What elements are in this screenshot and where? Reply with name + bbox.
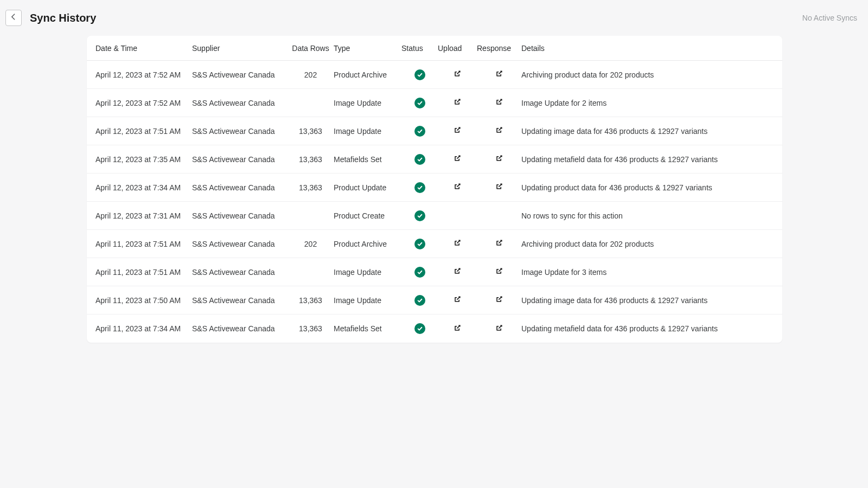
response-link[interactable] bbox=[494, 239, 504, 249]
cell-date: April 11, 2023 at 7:51 AM bbox=[94, 268, 192, 277]
header-left: Sync History bbox=[5, 10, 96, 26]
cell-details: Updating metafield data for 436 products… bbox=[521, 324, 775, 333]
upload-link[interactable] bbox=[452, 98, 462, 108]
cell-supplier: S&S Activewear Canada bbox=[192, 99, 288, 107]
external-link-icon bbox=[495, 154, 503, 164]
cell-response bbox=[477, 324, 521, 333]
response-link[interactable] bbox=[494, 324, 504, 333]
col-header-date: Date & Time bbox=[94, 44, 192, 53]
response-link[interactable] bbox=[494, 98, 504, 108]
cell-upload bbox=[438, 70, 477, 80]
cell-type: Metafields Set bbox=[334, 155, 401, 164]
response-link[interactable] bbox=[494, 70, 504, 80]
cell-type: Product Update bbox=[334, 183, 401, 192]
cell-date: April 12, 2023 at 7:52 AM bbox=[94, 99, 192, 107]
table-body: April 12, 2023 at 7:52 AMS&S Activewear … bbox=[87, 61, 782, 343]
success-check-icon bbox=[414, 126, 425, 137]
cell-details: Image Update for 2 items bbox=[521, 99, 775, 107]
cell-supplier: S&S Activewear Canada bbox=[192, 155, 288, 164]
response-link[interactable] bbox=[494, 296, 504, 305]
cell-type: Image Update bbox=[334, 99, 401, 107]
success-check-icon bbox=[414, 182, 425, 193]
response-link[interactable] bbox=[494, 183, 504, 192]
sync-status-text: No Active Syncs bbox=[802, 14, 857, 22]
table-row: April 12, 2023 at 7:31 AMS&S Activewear … bbox=[87, 202, 782, 230]
cell-status bbox=[401, 154, 438, 165]
cell-status bbox=[401, 323, 438, 334]
cell-response bbox=[477, 155, 521, 164]
upload-link[interactable] bbox=[452, 70, 462, 80]
back-button[interactable] bbox=[5, 10, 22, 26]
cell-status bbox=[401, 239, 438, 249]
cell-upload bbox=[438, 267, 477, 277]
cell-supplier: S&S Activewear Canada bbox=[192, 70, 288, 79]
table-row: April 11, 2023 at 7:50 AMS&S Activewear … bbox=[87, 286, 782, 314]
cell-rows: 13,363 bbox=[288, 127, 334, 136]
external-link-icon bbox=[495, 69, 503, 80]
upload-link[interactable] bbox=[452, 296, 462, 305]
col-header-rows: Data Rows bbox=[288, 44, 334, 53]
cell-status bbox=[401, 98, 438, 108]
cell-type: Image Update bbox=[334, 127, 401, 136]
col-header-status: Status bbox=[401, 44, 438, 53]
external-link-icon bbox=[453, 267, 462, 277]
table-row: April 12, 2023 at 7:34 AMS&S Activewear … bbox=[87, 174, 782, 202]
cell-date: April 11, 2023 at 7:50 AM bbox=[94, 296, 192, 305]
response-link[interactable] bbox=[494, 126, 504, 136]
external-link-icon bbox=[453, 126, 462, 136]
response-link[interactable] bbox=[494, 267, 504, 277]
cell-details: Updating product data for 436 products &… bbox=[521, 183, 775, 192]
upload-link[interactable] bbox=[452, 324, 462, 333]
cell-response bbox=[477, 183, 521, 192]
cell-upload bbox=[438, 155, 477, 164]
external-link-icon bbox=[453, 182, 462, 192]
cell-date: April 11, 2023 at 7:34 AM bbox=[94, 324, 192, 333]
cell-type: Metafields Set bbox=[334, 324, 401, 333]
cell-rows: 13,363 bbox=[288, 324, 334, 333]
sync-history-table: Date & Time Supplier Data Rows Type Stat… bbox=[87, 36, 782, 343]
success-check-icon bbox=[414, 239, 425, 249]
cell-rows: 13,363 bbox=[288, 183, 334, 192]
cell-rows: 13,363 bbox=[288, 155, 334, 164]
cell-details: Archiving product data for 202 products bbox=[521, 240, 775, 248]
upload-link[interactable] bbox=[452, 126, 462, 136]
cell-status bbox=[401, 126, 438, 137]
cell-upload bbox=[438, 296, 477, 305]
external-link-icon bbox=[453, 239, 462, 249]
cell-date: April 12, 2023 at 7:51 AM bbox=[94, 127, 192, 136]
cell-details: Updating metafield data for 436 products… bbox=[521, 155, 775, 164]
external-link-icon bbox=[495, 126, 503, 136]
col-header-type: Type bbox=[334, 44, 401, 53]
upload-link[interactable] bbox=[452, 183, 462, 192]
table-header-row: Date & Time Supplier Data Rows Type Stat… bbox=[87, 36, 782, 61]
cell-status bbox=[401, 69, 438, 80]
cell-supplier: S&S Activewear Canada bbox=[192, 324, 288, 333]
external-link-icon bbox=[453, 69, 462, 80]
cell-upload bbox=[438, 98, 477, 108]
upload-link[interactable] bbox=[452, 267, 462, 277]
upload-link[interactable] bbox=[452, 155, 462, 164]
cell-response bbox=[477, 267, 521, 277]
cell-supplier: S&S Activewear Canada bbox=[192, 268, 288, 277]
cell-status bbox=[401, 210, 438, 221]
cell-details: No rows to sync for this action bbox=[521, 211, 775, 220]
response-link[interactable] bbox=[494, 155, 504, 164]
cell-type: Product Archive bbox=[334, 70, 401, 79]
cell-response bbox=[477, 126, 521, 136]
table-row: April 12, 2023 at 7:52 AMS&S Activewear … bbox=[87, 61, 782, 89]
cell-status bbox=[401, 267, 438, 278]
external-link-icon bbox=[495, 324, 503, 334]
table-row: April 11, 2023 at 7:51 AMS&S Activewear … bbox=[87, 230, 782, 258]
table-row: April 12, 2023 at 7:51 AMS&S Activewear … bbox=[87, 117, 782, 145]
table-row: April 12, 2023 at 7:35 AMS&S Activewear … bbox=[87, 145, 782, 174]
external-link-icon bbox=[495, 98, 503, 108]
cell-response bbox=[477, 296, 521, 305]
cell-type: Product Create bbox=[334, 211, 401, 220]
success-check-icon bbox=[414, 267, 425, 278]
col-header-upload: Upload bbox=[438, 44, 477, 53]
cell-upload bbox=[438, 324, 477, 333]
cell-type: Image Update bbox=[334, 268, 401, 277]
col-header-supplier: Supplier bbox=[192, 44, 288, 53]
cell-supplier: S&S Activewear Canada bbox=[192, 296, 288, 305]
upload-link[interactable] bbox=[452, 239, 462, 249]
